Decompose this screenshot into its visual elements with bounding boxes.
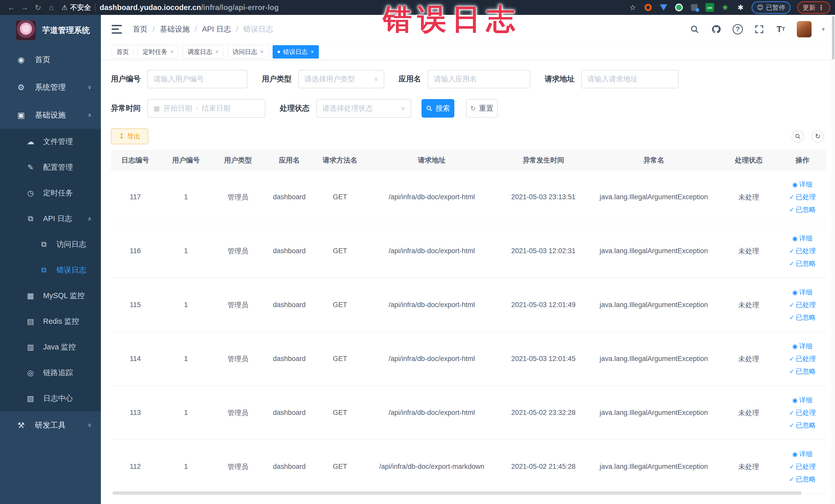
sidebar-item-redis-monitor[interactable]: ▤ Redis 监控 xyxy=(0,309,101,334)
user-menu-caret-icon[interactable]: ▾ xyxy=(822,26,825,33)
back-icon[interactable]: ← xyxy=(5,3,18,12)
mark-ignored-link[interactable]: ✓已忽略 xyxy=(789,475,816,484)
detail-link[interactable]: ◉详细 xyxy=(792,449,813,459)
search-icon[interactable] xyxy=(689,24,700,35)
chrome-update-button[interactable]: 更新 ⋮ xyxy=(797,1,830,14)
detail-link[interactable]: ◉详细 xyxy=(792,180,813,189)
sidebar-item-access-log[interactable]: ⧉ 访问日志 xyxy=(0,231,101,257)
error-log-table: 日志编号 用户编号 用户类型 应用名 请求方法名 请求地址 异常发生时间 异常名… xyxy=(111,150,827,494)
edit-icon: ✎ xyxy=(26,163,36,172)
request-url-field[interactable] xyxy=(587,75,673,83)
breadcrumb-home[interactable]: 首页 xyxy=(133,24,148,35)
mark-ignored-link[interactable]: ✓已忽略 xyxy=(789,313,816,322)
extension-grid-icon[interactable] xyxy=(690,3,699,12)
mark-ignored-link[interactable]: ✓已忽略 xyxy=(789,205,816,214)
sidebar-item-infrastructure[interactable]: ▣ 基础设施 ∧ xyxy=(0,101,101,129)
mark-processed-link[interactable]: ✓已处理 xyxy=(789,408,816,417)
sidebar-item-mysql-monitor[interactable]: ▦ MySQL 监控 xyxy=(0,283,101,309)
tab-schedule-log[interactable]: 调度日志 × xyxy=(183,45,224,59)
close-icon[interactable]: × xyxy=(311,48,314,55)
close-icon[interactable]: × xyxy=(170,48,174,55)
vertical-scrollbar[interactable] xyxy=(831,15,835,504)
refresh-table-button[interactable]: ↻ xyxy=(812,130,824,142)
breadcrumb-infrastructure[interactable]: 基础设施 xyxy=(160,24,190,35)
mark-ignored-link[interactable]: ✓已忽略 xyxy=(789,367,816,376)
user-type-select[interactable]: 请选择用户类型 ∨ xyxy=(298,70,384,88)
app-logo[interactable]: 芋道管理系统 xyxy=(0,15,101,46)
close-icon[interactable]: × xyxy=(216,48,219,55)
detail-link[interactable]: ◉详细 xyxy=(792,342,813,351)
sidebar-item-java-monitor[interactable]: ▥ Java 监控 xyxy=(0,334,101,360)
search-button[interactable]: 搜索 xyxy=(422,99,454,118)
sidebar-item-home[interactable]: ◉ 首页 xyxy=(0,46,101,74)
reload-icon[interactable]: ↻ xyxy=(31,3,45,12)
tab-error-log[interactable]: 错误日志 × xyxy=(272,45,319,59)
address-divider xyxy=(95,4,96,11)
close-icon[interactable]: × xyxy=(260,48,264,55)
address-bar[interactable]: ⚠ 不安全 dashboard.yudao.iocoder.cn/infra/l… xyxy=(62,3,628,12)
exception-time-range-picker[interactable]: ▦ 开始日期 - 结束日期 xyxy=(147,99,265,118)
tab-home[interactable]: 首页 xyxy=(111,45,134,59)
sync-paused-badge[interactable]: 😊 已暂停 xyxy=(752,1,791,14)
extension-on-badge[interactable]: on xyxy=(705,3,714,12)
mark-processed-link[interactable]: ✓已处理 xyxy=(789,354,816,363)
extensions-puzzle-icon[interactable]: ✱ xyxy=(736,3,745,12)
tab-access-log[interactable]: 访问日志 × xyxy=(228,45,268,59)
toggle-search-button[interactable] xyxy=(792,130,804,142)
sidebar-item-config-management[interactable]: ✎ 配置管理 xyxy=(0,155,101,180)
sidebar-item-error-log[interactable]: ⧉ 错误日志 xyxy=(0,257,101,283)
extension-orange-icon[interactable] xyxy=(644,3,652,12)
tab-scheduled-jobs[interactable]: 定时任务 × xyxy=(138,45,179,59)
horizontal-scrollbar[interactable] xyxy=(113,491,802,495)
sidebar-item-api-log[interactable]: ⧉ API 日志 ∧ xyxy=(0,206,101,231)
mark-processed-link[interactable]: ✓已处理 xyxy=(789,193,816,202)
request-url-input[interactable] xyxy=(581,70,679,88)
home-dashboard-icon: ◉ xyxy=(16,55,26,64)
home-icon[interactable]: ⌂ xyxy=(45,3,58,12)
extension-shield-icon[interactable] xyxy=(659,3,668,12)
app-name-field[interactable] xyxy=(434,75,524,83)
detail-link[interactable]: ◉详细 xyxy=(792,396,813,405)
extension-green-icon[interactable] xyxy=(675,3,683,12)
export-button[interactable]: ↧ 导出 xyxy=(111,128,148,144)
breadcrumb-api-log[interactable]: API 日志 xyxy=(202,24,231,35)
mark-processed-link[interactable]: ✓已处理 xyxy=(789,246,816,256)
mark-processed-link[interactable]: ✓已处理 xyxy=(789,462,816,471)
filter-row-1: 用户编号 用户类型 请选择用户类型 ∨ 应用名 请求地址 xyxy=(111,70,827,88)
sidebar-item-devtools[interactable]: ⚒ 研发工具 ∨ xyxy=(0,411,101,439)
app-name-input[interactable] xyxy=(428,70,530,88)
mark-ignored-link[interactable]: ✓已忽略 xyxy=(789,259,816,268)
page-content: 用户编号 用户类型 请选择用户类型 ∨ 应用名 请求地址 异常时间 xyxy=(101,60,835,494)
user-avatar[interactable] xyxy=(797,21,812,38)
sidebar-collapse-icon[interactable] xyxy=(111,25,122,34)
sidebar-item-file-management[interactable]: ☁ 文件管理 xyxy=(0,129,101,155)
not-secure-warning-icon: ⚠ xyxy=(62,4,67,12)
sidebar-item-log-center[interactable]: ▧ 日志中心 xyxy=(0,386,101,411)
user-id-input[interactable] xyxy=(147,70,247,88)
fullscreen-icon[interactable] xyxy=(754,24,765,35)
font-size-icon[interactable]: TT xyxy=(775,24,787,35)
eye-icon: ◉ xyxy=(792,397,798,404)
sidebar-item-scheduled-jobs[interactable]: ◷ 定时任务 xyxy=(0,180,101,206)
detail-link[interactable]: ◉详细 xyxy=(792,234,813,243)
process-status-select[interactable]: 请选择处理状态 ∨ xyxy=(316,99,411,118)
status-badge: 未处理 xyxy=(719,462,778,471)
browser-menu-icon: ⋮ xyxy=(818,4,825,11)
sidebar-item-trace[interactable]: ◎ 链路追踪 xyxy=(0,360,101,386)
help-icon[interactable]: ? xyxy=(732,24,744,35)
chevron-down-icon: ∨ xyxy=(87,422,91,428)
mark-processed-link[interactable]: ✓已处理 xyxy=(789,300,816,309)
forward-icon[interactable]: → xyxy=(18,3,31,12)
table-row: 117 1 管理员 dashboard GET /api/infra/db-do… xyxy=(111,170,827,224)
mark-ignored-link[interactable]: ✓已忽略 xyxy=(789,421,816,430)
detail-link[interactable]: ◉详细 xyxy=(792,288,813,297)
user-id-field[interactable] xyxy=(154,75,241,83)
breadcrumb: 首页 / 基础设施 / API 日志 / 错误日志 xyxy=(133,24,273,35)
github-icon[interactable] xyxy=(711,24,722,35)
scrollbar-thumb[interactable] xyxy=(832,16,834,60)
extension-leaf-icon[interactable]: ❀ xyxy=(721,3,730,12)
bookmark-star-icon[interactable]: ☆ xyxy=(628,3,637,12)
sidebar-item-system[interactable]: ⚙ 系统管理 ∨ xyxy=(0,74,101,101)
url-host: dashboard.yudao.iocoder.cn xyxy=(100,3,201,12)
reset-button[interactable]: ↻ 重置 xyxy=(466,99,498,118)
